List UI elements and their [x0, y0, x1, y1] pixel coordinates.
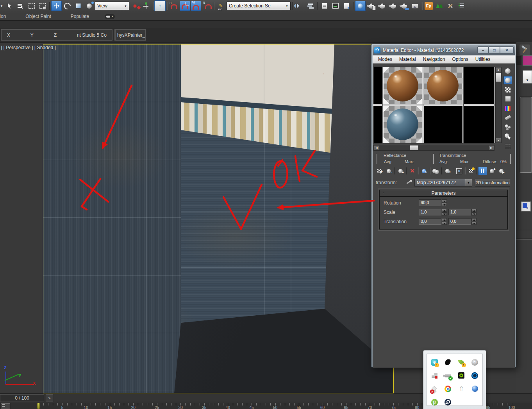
- rendered-frame-window-button[interactable]: [377, 1, 387, 11]
- material-slot-empty[interactable]: [464, 67, 495, 105]
- make-unique-button[interactable]: [431, 167, 440, 175]
- sample-uv-tiling-button[interactable]: [503, 95, 512, 103]
- open-rendered-image-button[interactable]: [410, 1, 420, 11]
- translation-x-field[interactable]: 0,0: [419, 218, 441, 225]
- get-material-button[interactable]: ◤: [375, 167, 384, 175]
- viewport-label[interactable]: ] [ Perspective ] [ Shaded ]: [1, 45, 56, 50]
- panel-dropdown[interactable]: ▼: [523, 70, 532, 84]
- go-to-parent-button[interactable]: ▲: [487, 167, 496, 175]
- axis-z-label[interactable]: Z: [54, 32, 57, 38]
- material-editor-button[interactable]: [355, 1, 366, 11]
- use-pivot-point-center-button[interactable]: [130, 1, 140, 11]
- material-editor-window[interactable]: Material Editor - Material #2143562872 –…: [371, 44, 516, 368]
- menu-modes[interactable]: Modes: [375, 57, 395, 62]
- minimize-button[interactable]: –: [477, 46, 489, 53]
- current-frame-display[interactable]: 0 / 100: [0, 394, 44, 402]
- translation-x-spinner[interactable]: [442, 218, 447, 225]
- mirror-button[interactable]: [294, 1, 305, 11]
- named-selection-set-dropdown[interactable]: Create Selection Se▼: [227, 2, 291, 10]
- scale-x-spinner[interactable]: [442, 209, 447, 215]
- render-in-cloud-button[interactable]: [399, 1, 409, 11]
- axis-x-label[interactable]: X: [7, 32, 10, 38]
- keyboard-shortcut-override-toggle[interactable]: ↑: [155, 1, 165, 11]
- transformation-mode-button[interactable]: 2D transformation: [475, 179, 510, 187]
- forest-tools-button[interactable]: [434, 1, 445, 11]
- timeline-playhead[interactable]: [37, 403, 40, 409]
- align-button[interactable]: [305, 1, 316, 11]
- scale-x-field[interactable]: 1,0: [419, 209, 441, 215]
- background-button[interactable]: [503, 85, 512, 94]
- scroll-right-button[interactable]: ▶: [489, 145, 494, 150]
- material-slot-wood-selected[interactable]: [383, 67, 423, 105]
- select-and-manipulate-button[interactable]: [141, 1, 151, 11]
- snap-toggle-3d[interactable]: 3: [169, 1, 179, 11]
- put-material-to-scene-button[interactable]: ▭: [384, 167, 393, 175]
- ribbon-minimize-dropdown[interactable]: ▼: [105, 14, 115, 19]
- chevron-down-icon[interactable]: ▼: [465, 179, 472, 186]
- scale-y-field[interactable]: 1,0: [448, 209, 471, 215]
- tray-icon-file-boxes[interactable]: [428, 370, 441, 381]
- sample-type-button[interactable]: [503, 67, 512, 75]
- select-and-place-button[interactable]: [84, 1, 95, 11]
- scene-explorer-button[interactable]: [319, 1, 330, 11]
- material-map-navigator-button[interactable]: [503, 142, 512, 150]
- select-by-material-button[interactable]: [503, 132, 512, 140]
- tray-icon-nvidia[interactable]: [455, 370, 468, 381]
- menu-material[interactable]: Material: [396, 57, 419, 62]
- list-utility-button[interactable]: [456, 1, 466, 11]
- percent-snap-toggle[interactable]: %: [191, 1, 201, 11]
- material-slot-wood[interactable]: [423, 67, 463, 105]
- panel-mini-icon[interactable]: [521, 201, 531, 212]
- tray-icon-network-wheel[interactable]: [468, 370, 482, 381]
- tray-icon-safely-remove[interactable]: ✔: [441, 370, 455, 381]
- sample-vertical-scrollbar[interactable]: ▲ ▼: [495, 67, 502, 143]
- sample-horizontal-scrollbar[interactable]: ◀ ▶: [373, 145, 495, 151]
- parameters-header[interactable]: - Parameters: [380, 190, 507, 197]
- tray-icon-chrome[interactable]: [441, 383, 455, 395]
- ribbon-tab-populate[interactable]: Populate: [67, 14, 93, 19]
- ribbon-tab-selection[interactable]: tion: [0, 14, 10, 19]
- menu-utilities[interactable]: Utilities: [472, 57, 494, 62]
- reset-map-button[interactable]: ✕: [408, 167, 417, 175]
- make-preview-button[interactable]: [503, 114, 512, 122]
- rotation-field[interactable]: 90,0: [419, 199, 441, 206]
- utilities-tab[interactable]: [520, 44, 530, 55]
- tray-icon-upload[interactable]: ⇧: [455, 383, 468, 395]
- material-slot-partial[interactable]: [373, 105, 382, 143]
- show-end-result-button[interactable]: [478, 167, 487, 175]
- show-map-in-viewport-button[interactable]: [466, 167, 475, 175]
- tray-icon-update-notifier[interactable]: 1: [455, 356, 468, 368]
- schematic-view-button[interactable]: ▼: [341, 1, 352, 11]
- close-button[interactable]: ✕: [500, 46, 514, 53]
- video-color-check-button[interactable]: [503, 104, 512, 112]
- spinner-snap-toggle[interactable]: ⇅: [202, 1, 212, 11]
- scrollbar-thumb[interactable]: [496, 73, 501, 82]
- edit-named-selection-sets-button[interactable]: ✎ABC: [216, 1, 226, 11]
- material-slot-empty[interactable]: [423, 105, 463, 143]
- map-selector-dropdown[interactable]: Map #2070297172 ▼: [414, 179, 472, 187]
- tray-icon-plugin-error[interactable]: ✕: [428, 383, 441, 395]
- tray-icon-pen-tablet[interactable]: [441, 356, 455, 368]
- angle-snap-toggle[interactable]: [180, 1, 190, 11]
- rotation-spinner[interactable]: [442, 199, 447, 206]
- flyout-arrow-icon[interactable]: ▼: [0, 1, 4, 11]
- material-id-channel-button[interactable]: 0: [455, 167, 464, 175]
- tray-icon-globe[interactable]: [468, 383, 482, 395]
- options-button[interactable]: [503, 123, 512, 131]
- tray-icon-sync[interactable]: ↻: [468, 356, 482, 368]
- perspective-viewport[interactable]: [43, 44, 394, 393]
- select-and-move-button[interactable]: [51, 1, 62, 11]
- tray-icon-eset[interactable]: e!: [428, 356, 441, 368]
- maximize-button[interactable]: □: [489, 46, 500, 53]
- render-production-button[interactable]: [388, 1, 398, 11]
- select-and-rotate-button[interactable]: [62, 1, 73, 11]
- open-mini-curve-editor-button[interactable]: [1, 403, 10, 409]
- tools-button[interactable]: [445, 1, 455, 11]
- panel-listbox[interactable]: [520, 97, 532, 172]
- next-frame-button[interactable]: >: [46, 394, 53, 402]
- translation-y-field[interactable]: 0,0: [448, 218, 471, 225]
- tray-icon-steam[interactable]: [441, 396, 455, 408]
- scroll-left-button[interactable]: ◀: [374, 145, 379, 150]
- eyedropper-icon[interactable]: [405, 179, 412, 186]
- assign-material-to-selection-button[interactable]: ■: [396, 167, 405, 175]
